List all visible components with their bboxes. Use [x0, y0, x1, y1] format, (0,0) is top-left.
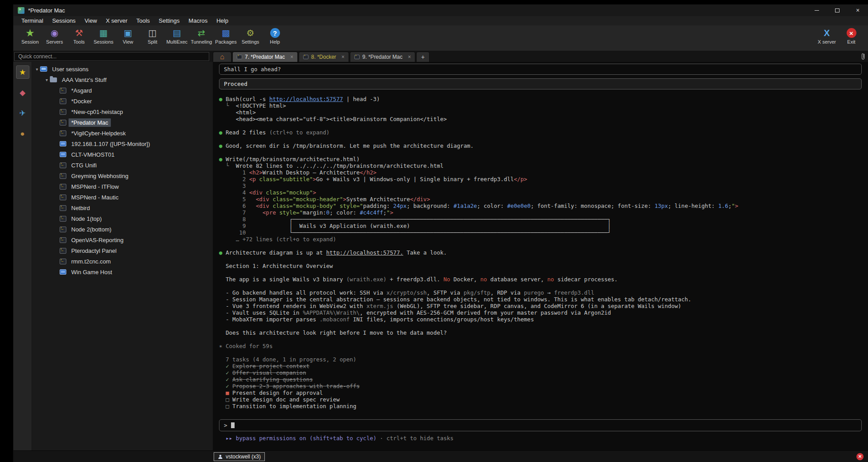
- text-segment: class="mockup-header": [269, 196, 343, 203]
- attachments-icon[interactable]: [860, 52, 866, 63]
- prompt-input[interactable]: >: [219, 419, 862, 431]
- toolbar-tunneling-button[interactable]: ⇄Tunneling: [189, 27, 214, 45]
- toolbar-view-button[interactable]: ▣View: [116, 27, 140, 45]
- exit-icon: ×: [847, 28, 856, 38]
- status-text-segment: ▸▸ bypass permissions on (shift+tab to c…: [219, 435, 377, 442]
- tree-item-pterodactyl-panel[interactable]: Pterodactyl Panel: [32, 245, 213, 256]
- tree-item-docker[interactable]: *Docker: [32, 96, 213, 106]
- maximize-button[interactable]: [827, 4, 848, 16]
- terminal-line: 10 └────────────────────────────────────…: [219, 229, 862, 236]
- menu-settings[interactable]: Settings: [154, 17, 184, 24]
- tree-item-predator-mac[interactable]: *Predator Mac: [32, 117, 213, 128]
- text-segment: … +72 lines (ctrl+o to expand): [219, 236, 336, 243]
- toolbar-help-button[interactable]: ?Help: [263, 27, 287, 45]
- terminal-icon: [60, 173, 66, 179]
- rail-macros-button[interactable]: ✈: [16, 106, 29, 120]
- menu-x-server[interactable]: X server: [101, 17, 132, 24]
- tab-9-predator-mac[interactable]: 9. *Predator Mac×: [350, 52, 415, 62]
- text-segment: ": [386, 209, 390, 216]
- tree-item-vigilcyber-helpdesk[interactable]: *VigilCyber-Helpdesk: [32, 128, 213, 138]
- tree-item-user-sessions[interactable]: ▾User sessions: [32, 64, 213, 74]
- tree-item-label: User sessions: [49, 65, 91, 73]
- toolbar-session-button[interactable]: ★Session: [18, 27, 42, 45]
- tree-item-192-168-1-107-ups-monitor[interactable]: 192.168.1.107 ([UPS-Monitor]): [32, 138, 213, 149]
- proceed-option[interactable]: Proceed: [219, 78, 862, 89]
- text-segment: class="mockup": [263, 189, 313, 196]
- main-toolbar: ★Session◉Servers⚒Tools▦Sessions▣View◫Spl…: [13, 25, 868, 51]
- terminal-line: [219, 336, 862, 343]
- rail-favorites-button[interactable]: ★: [16, 65, 29, 79]
- toolbar-split-button[interactable]: ◫Split: [140, 27, 165, 45]
- tree-item-clt-vmhost01[interactable]: CLT-VMHOST01: [32, 149, 213, 160]
- tab-8-docker[interactable]: 8. *Docker×: [299, 52, 349, 62]
- terminal-line: ■ Present design for approval: [219, 389, 862, 396]
- tree-item-node-2-bottom[interactable]: Node 2(bottom): [32, 224, 213, 235]
- menu-macros[interactable]: Macros: [184, 17, 212, 24]
- text-segment: <div: [256, 196, 269, 203]
- tree-item-greyming-webhosting[interactable]: Greyming Webhosting: [32, 170, 213, 181]
- text-segment: Does this architecture look right before…: [219, 329, 447, 336]
- tab-close-icon[interactable]: ×: [341, 54, 345, 60]
- tab-close-icon[interactable]: ×: [408, 54, 411, 60]
- localhost-link[interactable]: http://localhost:57577.: [326, 249, 403, 256]
- tree-item-label: *Predator Mac: [69, 118, 111, 127]
- text-segment: Write(/tmp/brainstorm/architecture.html): [226, 156, 360, 162]
- tree-item-win-game-host[interactable]: Win Game Host: [32, 267, 213, 277]
- tree-item-mspnerd-mautic[interactable]: MSPNerd - Mautic: [32, 192, 213, 203]
- terminal-line: ∗ Cooked for 59s: [219, 343, 862, 349]
- quick-connect-input[interactable]: [14, 52, 209, 61]
- toolbar-packages-button[interactable]: ▩Packages: [214, 27, 238, 45]
- expand-chevron-icon[interactable]: ▾: [44, 77, 50, 82]
- text-segment: </h2>: [360, 169, 377, 176]
- terminal-line: The app is a single Wails v3 binary (wra…: [219, 276, 862, 283]
- text-segment: >: [343, 196, 346, 203]
- terminal-line: - Vault uses SQLite in %APPDATA%\Wraith\…: [219, 309, 862, 316]
- text-segment: (ctrl+o to expand): [269, 129, 329, 136]
- expand-chevron-icon[interactable]: ▾: [34, 67, 40, 72]
- toolbar-exit-button[interactable]: ×Exit: [839, 27, 864, 45]
- session-tree: ▾User sessions▾AAA Vantz's Stuff*Asgard*…: [32, 62, 213, 450]
- text-segment: pkg/sftp: [463, 289, 490, 296]
- tab-7-predator-mac[interactable]: 7. *Predator Mac×: [232, 52, 298, 62]
- minimize-button[interactable]: [807, 4, 827, 16]
- tree-item-asgard[interactable]: *Asgard: [32, 85, 213, 96]
- text-segment: 10: [219, 229, 249, 236]
- toolbar-servers-button[interactable]: ◉Servers: [42, 27, 67, 45]
- terminal-icon: [60, 184, 66, 190]
- menu-view[interactable]: View: [80, 17, 101, 24]
- toolbar-sessions-button[interactable]: ▦Sessions: [91, 27, 116, 45]
- tree-item-label: *New-cp01-heistacp: [69, 108, 126, 116]
- tree-item-netbird[interactable]: Netbird: [32, 203, 213, 213]
- rail-tools-button[interactable]: ◆: [16, 86, 29, 99]
- tree-item-ctg-unifi[interactable]: CTG Unifi: [32, 160, 213, 170]
- tree-item-node-1-top[interactable]: Node 1(top): [32, 213, 213, 224]
- close-button[interactable]: ×: [848, 4, 868, 16]
- menu-help[interactable]: Help: [212, 17, 233, 24]
- text-segment: →: [544, 289, 554, 296]
- text-segment: - MobaXTerm importer parses: [219, 316, 320, 323]
- tree-item-new-cp01-heistacp[interactable]: *New-cp01-heistacp: [32, 106, 213, 117]
- terminal-line: [219, 122, 862, 129]
- localhost-link[interactable]: http://localhost:57577: [269, 96, 343, 102]
- menu-terminal[interactable]: Terminal: [17, 17, 48, 24]
- text-segment: Architecture diagram is up at: [226, 249, 326, 256]
- tab-row: ⌂ 7. *Predator Mac×8. *Docker×9. *Predat…: [13, 51, 868, 62]
- tab-close-icon[interactable]: ×: [290, 54, 293, 60]
- toolbar-settings-button[interactable]: ⚙Settings: [238, 27, 263, 45]
- terminal-line: 6 <div class="mockup-body" style="paddin…: [219, 203, 862, 209]
- close-terminal-button[interactable]: ✕: [856, 453, 864, 460]
- user-button[interactable]: vstockwell (x3): [214, 452, 265, 461]
- menu-tools[interactable]: Tools: [132, 17, 154, 24]
- tree-item-aaa-vantz-s-stuff[interactable]: ▾AAA Vantz's Stuff: [32, 74, 213, 85]
- new-tab-button[interactable]: +: [416, 52, 430, 62]
- toolbar-x-server-button[interactable]: XX server: [815, 27, 839, 45]
- rail-profile-button[interactable]: ●: [16, 127, 29, 140]
- tree-item-openvas-reporting[interactable]: OpenVAS-Reporting: [32, 235, 213, 245]
- terminal-pane[interactable]: Shall I go ahead? Proceed ● Bash(curl -s…: [213, 62, 868, 450]
- toolbar-tools-button[interactable]: ⚒Tools: [67, 27, 91, 45]
- menu-sessions[interactable]: Sessions: [48, 17, 80, 24]
- tree-item-mspnerd-itflow[interactable]: MSPNerd - ITFlow: [32, 181, 213, 192]
- home-tab[interactable]: ⌂: [213, 52, 231, 62]
- tree-item-rmm-t2cnc-com[interactable]: rmm.t2cnc.com: [32, 256, 213, 267]
- toolbar-multiexec-button[interactable]: ▤MultiExec: [165, 27, 189, 45]
